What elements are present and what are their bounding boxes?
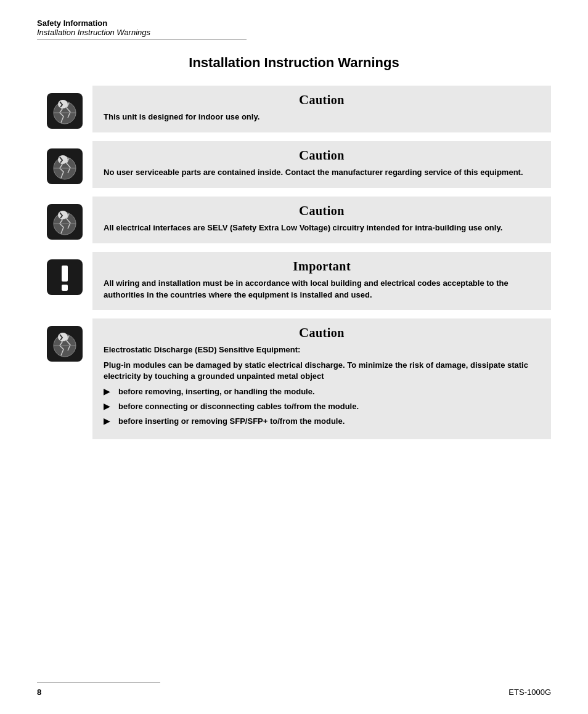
bullet-text-5-3: before inserting or removing SFP/SFP+ to… (118, 416, 345, 428)
svg-rect-13 (62, 266, 68, 282)
caution-icon (46, 92, 84, 132)
icon-cell-3 (37, 197, 92, 243)
block-body-3: All electrical interfaces are SELV (Safe… (104, 222, 540, 234)
bullet-text-5-1: before removing, inserting, or handling … (118, 386, 315, 398)
bullet-item-5-2: ▶before connecting or disconnecting cabl… (104, 401, 540, 413)
block-para-3-1: All electrical interfaces are SELV (Safe… (104, 222, 540, 234)
caution-icon (46, 203, 84, 243)
block-body-4: All wiring and installation must be in a… (104, 278, 540, 301)
bullet-text-5-2: before connecting or disconnecting cable… (118, 401, 359, 413)
header: Safety Information Installation Instruct… (37, 18, 551, 40)
bullet-item-5-3: ▶before inserting or removing SFP/SFP+ t… (104, 416, 540, 428)
warning-block-4: ImportantAll wiring and installation mus… (37, 252, 551, 310)
block-body-5: Electrostatic Discharge (ESD) Sensitive … (104, 344, 540, 428)
bullet-arrow-icon: ▶ (104, 401, 113, 413)
icon-cell-4 (37, 252, 92, 310)
block-para-5-1: Electrostatic Discharge (ESD) Sensitive … (104, 344, 540, 356)
page-container: Safety Information Installation Instruct… (0, 0, 588, 714)
icon-cell-1 (37, 86, 92, 132)
bullet-arrow-icon: ▶ (104, 386, 113, 398)
block-para-1-1: This unit is designed for indoor use onl… (104, 112, 540, 123)
svg-point-11 (58, 211, 68, 219)
footer-product-code: ETS-1000G (508, 688, 551, 697)
header-title: Safety Information (37, 18, 551, 28)
content-cell-3: CautionAll electrical interfaces are SEL… (92, 197, 551, 243)
svg-point-18 (58, 333, 68, 341)
important-icon (46, 258, 84, 299)
svg-rect-14 (62, 285, 68, 291)
block-para-2-1: No user serviceable parts are contained … (104, 167, 540, 179)
footer-divider (37, 682, 160, 683)
footer: 8 ETS-1000G (37, 682, 551, 697)
page-heading: Installation Instruction Warnings (37, 55, 551, 71)
content-cell-2: CautionNo user serviceable parts are con… (92, 141, 551, 188)
caution-icon (46, 147, 84, 188)
block-title-2: Caution (104, 147, 540, 163)
block-body-1: This unit is designed for indoor use onl… (104, 112, 540, 123)
block-body-2: No user serviceable parts are contained … (104, 167, 540, 179)
warning-block-1: CautionThis unit is designed for indoor … (37, 86, 551, 132)
footer-content: 8 ETS-1000G (37, 688, 551, 697)
header-divider (37, 39, 247, 40)
warning-block-2: CautionNo user serviceable parts are con… (37, 141, 551, 188)
icon-cell-2 (37, 141, 92, 188)
header-subtitle: Installation Instruction Warnings (37, 28, 551, 37)
icon-cell-5 (37, 318, 92, 439)
block-title-5: Caution (104, 325, 540, 341)
warning-blocks-container: CautionThis unit is designed for indoor … (37, 86, 551, 439)
footer-page-number: 8 (37, 688, 41, 697)
content-cell-4: ImportantAll wiring and installation mus… (92, 252, 551, 310)
content-cell-5: CautionElectrostatic Discharge (ESD) Sen… (92, 318, 551, 439)
content-cell-1: CautionThis unit is designed for indoor … (92, 86, 551, 132)
bullet-arrow-icon: ▶ (104, 416, 113, 428)
svg-point-7 (58, 155, 68, 164)
warning-block-5: CautionElectrostatic Discharge (ESD) Sen… (37, 318, 551, 439)
svg-point-3 (58, 100, 68, 108)
warning-block-3: CautionAll electrical interfaces are SEL… (37, 197, 551, 243)
bullet-item-5-1: ▶before removing, inserting, or handling… (104, 386, 540, 398)
block-title-3: Caution (104, 203, 540, 219)
block-title-4: Important (104, 258, 540, 274)
caution-icon (46, 325, 84, 365)
block-para-4-1: All wiring and installation must be in a… (104, 278, 540, 301)
block-para-5-2: Plug-in modules can be damaged by static… (104, 360, 540, 383)
block-title-1: Caution (104, 92, 540, 108)
